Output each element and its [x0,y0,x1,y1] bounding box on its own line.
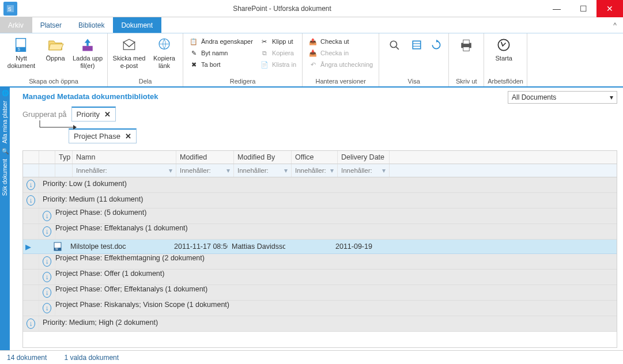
group-label-skriv-ut: Skriv ut [452,77,480,86]
ribbon-group-redigera: 📋Ändra egenskaper ✎Byt namn ✖Ta bort ✂Kl… [183,33,303,86]
tab-bibliotek[interactable]: Bibliotek [70,17,113,33]
sidebar-item-platser[interactable]: Alla mina platser [2,98,8,146]
col-delivery[interactable]: Delivery Date [338,151,390,164]
expand-icon[interactable]: ↓ [43,256,51,267]
checka-in-button[interactable]: 📥Checka in [306,48,375,58]
col-namn[interactable]: Namn [73,151,176,164]
group-label-create: Skapa och öppna [3,77,104,86]
upload-icon [78,36,97,54]
svg-rect-9 [413,41,421,49]
ladda-upp-button[interactable]: Ladda upp fil(er) [71,35,104,71]
byt-namn-button[interactable]: ✎Byt namn [187,48,255,58]
oppna-button[interactable]: Öppna [41,35,69,63]
copy-icon: ⧉ [260,48,269,58]
starta-button[interactable]: Starta [488,35,520,63]
nytt-dokument-button[interactable]: S Nytt dokument [3,35,39,71]
main-area: 🌐 Alla mina platser 🔍 Sök dokument All D… [0,88,623,350]
col-typ[interactable]: Typ [55,151,73,164]
filter-icon[interactable]: ▾ [382,166,386,175]
tab-arkiv[interactable]: Arkiv [0,17,32,33]
group-row-phase-effekthemtagning[interactable]: ↓ Project Phase: Effekthemtagning (2 dok… [23,254,617,270]
group-label-redigera: Redigera [187,77,299,86]
svg-point-7 [390,41,397,47]
undo-checkout-icon: ↶ [308,60,318,69]
filter-delivery[interactable]: Innehåller:▾ [338,164,390,177]
group-row-priority-medium[interactable]: ↓ Priority: Medium (11 dokument) [23,193,617,208]
group-row-phase-offer[interactable]: ↓ Project Phase: Offer (1 dokument) [23,270,617,285]
expand-icon[interactable]: ↓ [27,318,35,329]
filter-namn[interactable]: Innehåller:▾ [73,164,176,177]
col-office[interactable]: Office [292,151,338,164]
group-row-phase-riskanalys[interactable]: ↓ Project Phase: Riskanalys; Vision Scop… [23,301,617,316]
expand-icon[interactable]: ↓ [27,180,35,190]
andra-egenskaper-button[interactable]: 📋Ändra egenskaper [187,36,255,47]
chip-phase-label: Project Phase [74,132,120,141]
filter-icon[interactable]: ▾ [169,166,172,175]
minimize-button[interactable]: — [543,0,570,17]
filter-icon[interactable]: ▾ [330,166,334,175]
svg-line-8 [397,47,399,50]
printer-icon [457,36,475,54]
filter-modified[interactable]: Innehåller:▾ [176,164,234,177]
ribbon-group-versioner: 📤Checka ut 📥Checka in ↶Ångra utcheckning… [303,33,379,86]
chip-priority-remove-icon[interactable]: ✕ [104,110,111,119]
expand-icon[interactable]: ↓ [43,287,51,298]
chip-phase-remove-icon[interactable]: ✕ [125,132,131,141]
group-row-phase-effektanalys[interactable]: ↓ Project Phase: Effektanalys (1 dokumen… [23,224,617,240]
klistra-in-button[interactable]: 📄Klistra in [258,59,299,70]
group-label-arbetsfloden: Arbetsflöden [488,77,523,86]
cell-namn: Milstolpe test.doc [67,240,171,253]
expand-icon[interactable]: ↓ [43,272,51,282]
klipp-ut-button[interactable]: ✂Klipp ut [258,36,299,47]
document-row-selected[interactable]: ▶ W Milstolpe test.doc 2011-11-17 08:56 … [23,240,617,254]
visa-details-button[interactable] [408,35,425,55]
expand-icon[interactable]: ↓ [43,303,51,313]
col-modified[interactable]: Modified [176,151,234,164]
expand-icon[interactable]: ↓ [43,226,51,237]
ribbon-group-visa: Visa [379,33,449,86]
expand-icon[interactable]: ↓ [27,195,35,206]
group-chip-project-phase[interactable]: Project Phase ✕ [69,128,137,143]
ribbon-group-create-open: S Nytt dokument Öppna Ladda upp fil(er) … [0,33,108,86]
filter-office[interactable]: Innehåller:▾ [292,164,338,177]
oppna-label: Öppna [46,55,65,62]
collapse-ribbon-icon[interactable]: ^ [607,17,623,33]
tab-dokument[interactable]: Dokument [113,17,161,33]
maximize-button[interactable]: ☐ [570,0,596,17]
group-row-phase-offer-effektanalys[interactable]: ↓ Project Phase: Offer; Effektanalys (1 … [23,285,617,301]
angra-utcheckning-button[interactable]: ↶Ångra utcheckning [306,59,375,70]
group-row-priority-low[interactable]: ↓ Priority: Low (1 dokument) [23,177,617,193]
col-modified-by[interactable]: Modified By [234,151,292,164]
filter-icon[interactable]: ▾ [226,166,230,175]
grid-body: ↓ Priority: Low (1 dokument) ↓ Priority:… [23,177,617,347]
svg-rect-5 [82,46,93,51]
chip-priority-label: Priority [77,110,100,119]
titlebar: S SharePoint - Utforska dokument — ☐ ✕ [0,0,623,17]
checka-ut-button[interactable]: 📤Checka ut [306,36,375,47]
kopiera-button[interactable]: ⧉Kopiera [258,48,299,58]
skicka-epost-button[interactable]: Skicka med e-post [111,35,147,71]
group-row-phase-empty[interactable]: ↓ Project Phase: (5 dokument) [23,208,617,224]
print-button[interactable] [452,35,480,55]
ta-bort-button[interactable]: ✖Ta bort [187,59,255,70]
close-button[interactable]: ✕ [596,0,623,17]
view-selector[interactable]: All Documents ▾ [508,91,617,104]
filter-icon[interactable]: ▾ [284,166,288,175]
ribbon-group-arbetsfloden: Starta Arbetsflöden [484,33,527,86]
group-chip-priority[interactable]: Priority ✕ [71,107,116,122]
sidebar-item-sok[interactable]: Sök dokument [2,157,8,198]
refresh-icon [427,36,445,54]
grid-header: Typ Namn Modified Modified By Office Del… [23,151,617,164]
visa-refresh-button[interactable] [428,35,445,55]
paste-icon: 📄 [260,60,269,69]
kopiera-lank-button[interactable]: Kopiera länk [149,35,179,71]
filter-modified-by[interactable]: Innehåller:▾ [234,164,292,177]
expand-icon[interactable]: ↓ [43,211,51,221]
visa-preview-button[interactable] [383,35,406,55]
copy-link-icon [155,36,173,54]
tab-platser[interactable]: Platser [32,17,70,33]
svg-rect-14 [463,47,470,51]
dropdown-icon: ▾ [610,93,613,101]
svg-text:S: S [17,47,20,51]
group-row-priority-medium-high[interactable]: ↓ Priority: Medium; High (2 dokument) [23,316,617,332]
